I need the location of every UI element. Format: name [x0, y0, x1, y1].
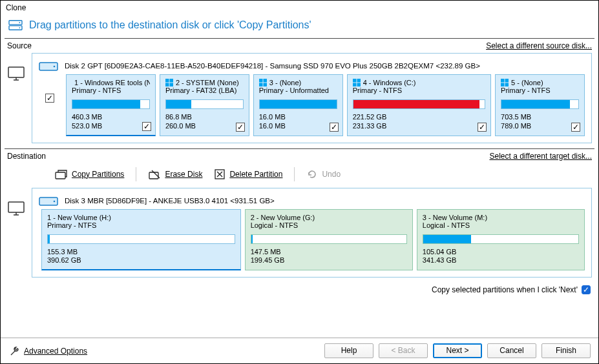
partition-checkbox[interactable]: ✓ — [142, 122, 151, 131]
windows-icon — [259, 79, 267, 86]
partition-checkbox[interactable]: ✓ — [478, 123, 487, 132]
svg-rect-25 — [501, 79, 505, 83]
usage-bar — [353, 99, 485, 109]
partition-5[interactable]: 5 - (None)Primary - NTFS703.5 MB789.0 MB… — [495, 74, 585, 136]
computer-icon — [7, 201, 25, 216]
partition-checkbox[interactable]: ✓ — [571, 123, 580, 132]
partition-3[interactable]: 3 - New Volume (M:)Logical - NTFS105.04 … — [417, 209, 585, 271]
partition-type: Primary - NTFS — [501, 86, 579, 94]
usage-bar — [72, 99, 150, 109]
svg-rect-26 — [505, 79, 509, 83]
partition-title: 2 - New Volume (G:) — [251, 214, 407, 221]
partition-stats: 147.5 MB199.45 GB — [251, 248, 407, 266]
partition-title: 5 - (None) — [501, 79, 579, 86]
window-title: Clone — [1, 1, 598, 15]
partition-title: 1 - Windows RE tools (Non — [72, 79, 150, 86]
svg-point-2 — [19, 22, 20, 23]
usage-bar — [165, 99, 244, 109]
delete-icon — [214, 168, 226, 180]
svg-point-36 — [54, 200, 56, 202]
source-label: Source — [7, 41, 32, 50]
erase-disk-button[interactable]: Erase Disk — [148, 168, 202, 180]
cancel-button[interactable]: Cancel — [487, 343, 536, 358]
windows-icon — [165, 79, 173, 86]
partition-type: Logical - NTFS — [423, 221, 579, 229]
copy-on-next-label: Copy selected partitions when I click 'N… — [432, 285, 578, 294]
next-button[interactable]: Next > — [433, 343, 482, 358]
partition-1[interactable]: 1 - New Volume (H:)Primary - NTFS155.3 M… — [41, 209, 241, 271]
svg-rect-32 — [8, 202, 24, 212]
back-button: < Back — [379, 343, 428, 358]
copy-icon — [55, 168, 68, 180]
advanced-options-link[interactable]: Advanced Options — [8, 345, 87, 357]
source-disk-title: Disk 2 GPT [6D09E2A3-CAE8-11EB-A520-B40E… — [65, 62, 480, 70]
delete-partition-button[interactable]: Delete Partition — [214, 168, 282, 180]
partition-title: 2 - SYSTEM (None) — [165, 79, 244, 86]
svg-rect-17 — [259, 79, 263, 83]
partition-title: 3 - New Volume (M:) — [423, 214, 579, 221]
partition-title: 1 - New Volume (H:) — [47, 214, 235, 221]
header-instruction: Drag partitions to the destination disk … — [29, 19, 311, 31]
partition-stats: 221.52 GB231.33 GB — [353, 113, 485, 131]
svg-point-3 — [19, 27, 20, 28]
computer-icon — [7, 66, 25, 81]
partition-4[interactable]: 4 - Windows (C:)Primary - NTFS221.52 GB2… — [347, 74, 491, 136]
svg-rect-21 — [353, 79, 357, 83]
partition-stats: 86.8 MB260.0 MB — [165, 113, 244, 131]
usage-bar — [251, 234, 407, 244]
partition-type: Primary - NTFS — [72, 86, 150, 94]
copy-on-next-checkbox[interactable]: ✓ — [582, 285, 591, 294]
partition-type: Logical - NTFS — [251, 221, 407, 229]
destination-disk-panel: Disk 3 MBR [5D86DF9E] - ANKEJE USB3.0 41… — [32, 188, 592, 278]
partition-stats: 155.3 MB390.62 GB — [47, 248, 235, 266]
partition-type: Primary - NTFS — [353, 86, 485, 94]
windows-icon — [501, 79, 509, 86]
finish-button[interactable]: Finish — [541, 343, 591, 358]
undo-button: Undo — [306, 168, 341, 180]
partition-2[interactable]: 2 - SYSTEM (None)Primary - FAT32 (LBA)86… — [160, 74, 249, 136]
partition-stats: 16.0 MB16.0 MB — [259, 113, 337, 131]
partition-title: 4 - Windows (C:) — [353, 79, 485, 86]
partition-stats: 460.3 MB523.0 MB — [72, 113, 150, 131]
disk-icon — [39, 195, 59, 207]
partition-checkbox[interactable]: ✓ — [236, 123, 245, 132]
svg-rect-4 — [8, 67, 24, 77]
partition-type: Primary - NTFS — [47, 221, 235, 229]
usage-bar — [501, 99, 579, 109]
wrench-icon — [8, 345, 20, 357]
windows-icon — [353, 79, 361, 86]
partition-type: Primary - FAT32 (LBA) — [165, 86, 244, 94]
source-disk-panel: Disk 2 GPT [6D09E2A3-CAE8-11EB-A520-B40E… — [32, 53, 592, 143]
disk-icon — [39, 60, 59, 72]
partition-type: Primary - Unformatted — [259, 86, 337, 94]
drive-icon — [8, 19, 23, 32]
partition-1[interactable]: 1 - Windows RE tools (NonPrimary - NTFS4… — [66, 74, 156, 136]
svg-rect-13 — [165, 79, 169, 83]
copy-partitions-button[interactable]: Copy Partitions — [55, 168, 124, 180]
svg-rect-18 — [263, 79, 267, 83]
svg-rect-14 — [169, 79, 173, 83]
partition-2[interactable]: 2 - New Volume (G:)Logical - NTFS147.5 M… — [245, 209, 413, 271]
partition-3[interactable]: 3 - (None)Primary - Unformatted16.0 MB16… — [253, 74, 343, 136]
destination-disk-title: Disk 3 MBR [5D86DF9E] - ANKEJE USB3.0 41… — [65, 197, 275, 205]
partition-stats: 703.5 MB789.0 MB — [501, 113, 579, 131]
undo-icon — [306, 168, 318, 180]
partition-stats: 105.04 GB341.43 GB — [423, 248, 579, 266]
help-button[interactable]: Help — [324, 343, 373, 358]
erase-icon — [148, 168, 161, 180]
destination-label: Destination — [7, 152, 46, 161]
select-all-source-checkbox[interactable]: ✓ — [45, 94, 54, 103]
select-source-disk-link[interactable]: Select a different source disk... — [486, 41, 592, 50]
svg-rect-22 — [357, 79, 361, 83]
svg-rect-29 — [56, 172, 65, 179]
svg-point-8 — [54, 66, 56, 68]
usage-bar — [47, 234, 235, 244]
usage-bar — [423, 234, 579, 244]
usage-bar — [259, 99, 337, 109]
partition-checkbox[interactable]: ✓ — [330, 123, 339, 132]
select-target-disk-link[interactable]: Select a different target disk... — [489, 152, 592, 161]
partition-title: 3 - (None) — [259, 79, 337, 86]
